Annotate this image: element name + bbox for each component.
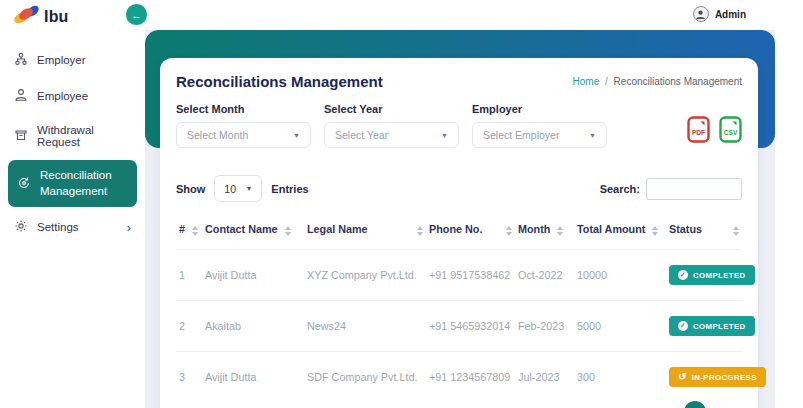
export-pdf-button[interactable]: PDF	[687, 116, 710, 147]
filter-employer: Employer Select Employer ▼	[472, 103, 607, 148]
filter-year: Select Year Select Year ▼	[324, 103, 459, 148]
sidebar-item-label: Settings	[37, 221, 79, 233]
sort-icon[interactable]	[733, 226, 739, 236]
sidebar-item-employer[interactable]: Employer	[0, 42, 145, 78]
status-badge: ↺ IN-PROCGRESS	[669, 367, 766, 387]
breadcrumb-home-link[interactable]: Home	[573, 76, 600, 87]
col-header-total-amount[interactable]: Total Amount	[574, 214, 666, 250]
sort-icon[interactable]	[652, 226, 658, 236]
search-input[interactable]	[646, 178, 742, 200]
sort-icon[interactable]	[285, 226, 291, 236]
month-select-value: Select Month	[187, 129, 248, 141]
cell-num: 3	[176, 352, 202, 403]
cell-status: ✓ COMPLETED	[666, 301, 742, 352]
cell-month: Jul-2023	[515, 352, 574, 403]
col-header-num[interactable]: #	[176, 214, 202, 250]
cell-phone: +91 5465932014	[426, 301, 515, 352]
show-label: Show	[176, 183, 205, 195]
sidebar-item-reconciliation-management[interactable]: Reconciliation Management	[8, 160, 137, 207]
sidebar-item-label: Reconciliation Management	[40, 168, 128, 199]
status-badge-label: COMPLETED	[693, 271, 746, 280]
col-header-month[interactable]: Month	[515, 214, 574, 250]
col-header-contact-name[interactable]: Contact Name	[202, 214, 304, 250]
sidebar-item-label: Employee	[37, 90, 88, 102]
employee-icon	[14, 88, 28, 104]
sidebar-collapse-button[interactable]: ←	[126, 4, 147, 25]
page-size-select[interactable]: 10 ▼	[214, 175, 262, 202]
page-title: Reconciliations Management	[176, 73, 383, 90]
history-icon: ↺	[678, 372, 687, 382]
sidebar-item-label: Employer	[37, 54, 86, 66]
user-name: Admin	[715, 9, 746, 20]
filter-employer-label: Employer	[472, 103, 607, 115]
sidebar-item-employee[interactable]: Employee	[0, 78, 145, 114]
year-select-value: Select Year	[335, 129, 388, 141]
sidebar: Employer Employee Withdrawal Request Rec…	[0, 30, 145, 408]
employer-icon	[14, 52, 28, 68]
sidebar-item-withdrawal-request[interactable]: Withdrawal Request	[0, 114, 145, 158]
filter-year-label: Select Year	[324, 103, 459, 115]
cell-amount: 300	[574, 352, 666, 403]
back-arrow-icon: ←	[131, 9, 142, 21]
col-header-legal-name[interactable]: Legal Name	[304, 214, 426, 250]
cell-contact: Avijit Dutta	[202, 352, 304, 403]
withdrawal-icon	[14, 128, 28, 144]
cell-legal: News24	[304, 301, 426, 352]
check-circle-icon: ✓	[678, 270, 688, 280]
breadcrumb-current: Reconciliations Management	[614, 76, 742, 87]
cell-amount: 5000	[574, 301, 666, 352]
status-badge-label: IN-PROCGRESS	[692, 373, 757, 382]
cell-month: Oct-2022	[515, 250, 574, 301]
breadcrumb-separator: /	[605, 76, 608, 87]
page-size-value: 10	[224, 183, 236, 195]
cell-legal: XYZ Company Pvt.Ltd.	[304, 250, 426, 301]
reconciliations-table: # Contact Name Legal Name Phone No. Mont…	[176, 214, 742, 402]
entries-label: Entries	[271, 183, 308, 195]
cell-amount: 10000	[574, 250, 666, 301]
chevron-right-icon: ›	[127, 221, 131, 234]
chevron-down-icon: ▼	[245, 185, 252, 192]
top-bar: Ibu ← Admin	[0, 0, 803, 30]
col-header-phone[interactable]: Phone No.	[426, 214, 515, 250]
table-row: 1 Avijit Dutta XYZ Company Pvt.Ltd. +91 …	[176, 250, 742, 301]
sort-icon[interactable]	[557, 226, 563, 236]
cell-contact: Avijit Dutta	[202, 250, 304, 301]
sort-icon[interactable]	[417, 226, 423, 236]
employer-select[interactable]: Select Employer ▼	[472, 122, 607, 148]
sort-icon[interactable]	[506, 226, 512, 236]
table-row: 2 Akaitab News24 +91 5465932014 Feb-2023…	[176, 301, 742, 352]
cell-month: Feb-2023	[515, 301, 574, 352]
employer-select-value: Select Employer	[483, 129, 559, 141]
reconciliation-icon	[17, 176, 31, 192]
breadcrumb: Home / Reconciliations Management	[573, 76, 742, 87]
sidebar-item-settings[interactable]: Settings ›	[0, 209, 145, 245]
csv-icon-label: CSV	[724, 129, 738, 136]
cell-contact: Akaitab	[202, 301, 304, 352]
chevron-down-icon: ▼	[293, 132, 300, 139]
status-badge: ✓ COMPLETED	[669, 316, 755, 336]
cell-num: 2	[176, 301, 202, 352]
brand-logo[interactable]: Ibu	[13, 3, 69, 31]
cell-status: ✓ COMPLETED	[666, 250, 742, 301]
gear-icon	[14, 219, 28, 235]
main-content-area: Reconciliations Management Home / Reconc…	[145, 30, 775, 408]
cell-phone: +91 1234567809	[426, 352, 515, 403]
cell-legal: SDF Company Pvt.Ltd.	[304, 352, 426, 403]
year-select[interactable]: Select Year ▼	[324, 122, 459, 148]
sidebar-item-label: Withdrawal Request	[37, 124, 131, 148]
brand-name: Ibu	[44, 8, 69, 26]
check-circle-icon: ✓	[678, 321, 688, 331]
filter-month: Select Month Select Month ▼	[176, 103, 311, 148]
reconciliations-card: Reconciliations Management Home / Reconc…	[160, 58, 758, 408]
avatar	[693, 6, 709, 22]
cell-num: 1	[176, 250, 202, 301]
table-row: 3 Avijit Dutta SDF Company Pvt.Ltd. +91 …	[176, 352, 742, 403]
month-select[interactable]: Select Month ▼	[176, 122, 311, 148]
export-csv-button[interactable]: CSV	[719, 116, 742, 147]
pdf-icon-label: PDF	[692, 129, 705, 136]
sort-icon[interactable]	[192, 226, 198, 236]
user-menu[interactable]: Admin	[693, 6, 746, 22]
col-header-status[interactable]: Status	[666, 214, 742, 250]
cell-phone: +91 9517538462	[426, 250, 515, 301]
logo-icon	[13, 3, 40, 31]
